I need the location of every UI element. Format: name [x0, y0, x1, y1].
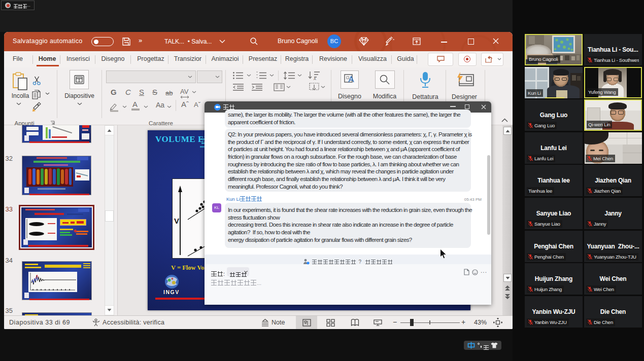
svg-text:A: A: [314, 77, 316, 81]
svg-text:V: V: [174, 216, 179, 225]
